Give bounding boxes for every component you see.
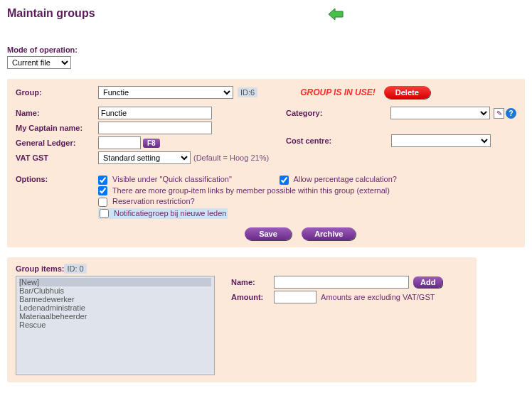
delete-button[interactable]: Delete [384, 86, 430, 99]
item-name-label: Name: [231, 278, 274, 286]
item-amount-label: Amount: [231, 293, 274, 301]
opt-visible-label: Visible under "Quick classification" [112, 175, 232, 183]
vat-select[interactable]: Standard setting [98, 151, 191, 164]
opt-percent-label: Allow percentage calculation? [293, 175, 397, 183]
help-icon[interactable]: ? [506, 108, 516, 119]
gl-input[interactable] [98, 136, 141, 149]
opt-percent-checkbox[interactable] [280, 176, 289, 185]
page-title: Maintain groups [7, 7, 525, 20]
opt-reservation-label: Reservation restriction? [112, 197, 195, 205]
item-name-input[interactable] [274, 276, 409, 289]
group-items-panel: Group items:ID: 0 [New]Bar/ClubhuisBarme… [7, 257, 477, 382]
mode-select[interactable]: Current file [7, 56, 71, 69]
group-in-use-text: GROUP IS IN USE! [300, 87, 376, 97]
group-items-listbox[interactable]: [New]Bar/ClubhuisBarmedewerkerLedenadmin… [16, 276, 215, 375]
mycaptain-label: My Captain name: [16, 124, 98, 132]
name-input[interactable] [98, 107, 212, 119]
list-item[interactable]: Rescue [19, 321, 211, 329]
vat-label: VAT GST [16, 154, 98, 162]
item-amount-hint: Amounts are excluding VAT/GST [321, 293, 435, 301]
options-label: Options: [16, 175, 98, 220]
category-select[interactable] [390, 107, 490, 119]
opt-reservation-checkbox[interactable] [98, 198, 107, 207]
opt-links-label: There are more group-item links by membe… [112, 186, 390, 195]
save-button[interactable]: Save [245, 227, 292, 240]
list-item[interactable]: Bar/Clubhuis [19, 286, 211, 295]
add-button[interactable]: Add [413, 276, 442, 288]
gl-label: General Ledger: [16, 139, 98, 147]
f8-button[interactable]: F8 [143, 139, 160, 148]
name-label: Name: [16, 109, 98, 117]
group-select[interactable]: Functie [98, 86, 233, 99]
opt-visible-checkbox[interactable] [98, 176, 107, 185]
group-label: Group: [16, 88, 98, 97]
edit-icon[interactable]: ✎ [494, 108, 504, 119]
item-amount-input[interactable] [274, 291, 316, 303]
opt-notification-label: Notificatiegroep bij nieuwe leden [114, 209, 226, 217]
opt-links-checkbox[interactable] [98, 186, 107, 195]
list-item[interactable]: Materiaalbeheerder [19, 312, 211, 321]
list-item[interactable]: [New] [19, 278, 211, 286]
group-items-header: Group items: [16, 264, 64, 273]
mycaptain-input[interactable] [98, 122, 212, 134]
list-item[interactable]: Barmedewerker [19, 295, 211, 303]
costcentre-select[interactable] [391, 134, 491, 147]
costcentre-label: Cost centre: [286, 136, 347, 145]
back-icon[interactable] [329, 7, 344, 23]
group-id-badge: ID:6 [238, 87, 257, 97]
mode-label: Mode of operation: [7, 45, 525, 54]
svg-marker-0 [329, 9, 343, 20]
opt-notification-checkbox[interactable] [100, 209, 109, 218]
archive-button[interactable]: Archive [302, 227, 356, 240]
group-panel: Group: Functie ID:6 GROUP IS IN USE! Del… [7, 79, 525, 247]
vat-default-text: (Default = Hoog 21%) [193, 154, 269, 162]
category-label: Category: [286, 109, 347, 117]
group-items-id: ID: 0 [64, 264, 86, 274]
list-item[interactable]: Ledenadministratie [19, 303, 211, 312]
